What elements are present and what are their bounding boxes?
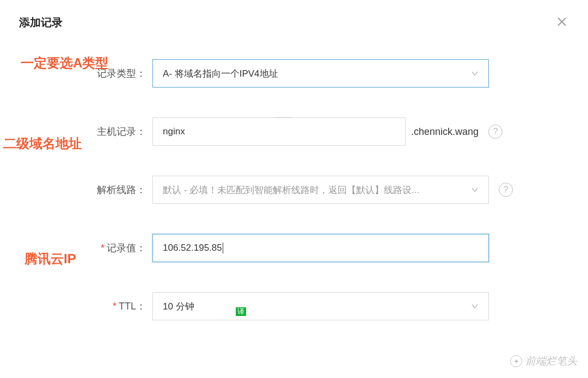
- close-button[interactable]: [555, 14, 569, 31]
- ttl-value: 10 分钟: [163, 300, 194, 313]
- watermark: ✦ 前端烂笔头: [510, 354, 577, 368]
- help-icon[interactable]: ?: [499, 183, 513, 197]
- close-icon: [557, 17, 567, 27]
- record-type-select[interactable]: A- 将域名指向一个IPV4地址: [152, 59, 489, 88]
- row-record-type: 记录类型： A- 将域名指向一个IPV4地址: [0, 59, 588, 88]
- modal-header: 添加记录: [0, 0, 588, 42]
- add-record-modal: 添加记录 一定要选A类型 二级域名地址 腾讯云IP A 记录类型： A- 将域名…: [0, 0, 588, 378]
- host-record-input[interactable]: [152, 117, 406, 146]
- modal-title: 添加记录: [19, 15, 63, 30]
- watermark-text: 前端烂笔头: [525, 354, 577, 368]
- row-resolve-route: 解析线路： 默认 - 必填！未匹配到智能解析线路时，返回【默认】线路设... ?: [0, 176, 588, 204]
- domain-suffix: .chennick.wang: [411, 126, 479, 138]
- ttl-select[interactable]: 10 分钟: [152, 292, 489, 320]
- chevron-down-icon: [471, 70, 479, 77]
- chevron-down-icon: [471, 302, 479, 310]
- wechat-icon: ✦: [510, 355, 522, 367]
- resolve-route-select[interactable]: 默认 - 必填！未匹配到智能解析线路时，返回【默认】线路设...: [152, 176, 489, 204]
- label-resolve-route: 解析线路：: [0, 183, 152, 196]
- label-ttl: *TTL：: [0, 300, 152, 313]
- required-indicator: *: [101, 243, 105, 253]
- translate-badge[interactable]: 译: [236, 307, 246, 316]
- form-body: 记录类型： A- 将域名指向一个IPV4地址 主机记录： .chennick.w…: [0, 42, 588, 320]
- required-indicator: *: [113, 301, 117, 312]
- resolve-route-placeholder: 默认 - 必填！未匹配到智能解析线路时，返回【默认】线路设...: [163, 184, 419, 196]
- label-host-record: 主机记录：: [0, 125, 152, 138]
- record-type-value: A- 将域名指向一个IPV4地址: [163, 67, 278, 80]
- row-record-value: *记录值： 106.52.195.85: [0, 234, 588, 262]
- chevron-down-icon: [471, 186, 479, 194]
- label-record-value: *记录值：: [0, 241, 152, 255]
- row-host-record: 主机记录： .chennick.wang ?: [0, 117, 588, 146]
- record-value-input[interactable]: 106.52.195.85: [152, 234, 489, 262]
- label-record-type: 记录类型：: [0, 67, 152, 80]
- help-icon[interactable]: ?: [488, 125, 503, 139]
- row-ttl: *TTL： 10 分钟: [0, 292, 588, 320]
- record-value-text: 106.52.195.85: [163, 243, 223, 254]
